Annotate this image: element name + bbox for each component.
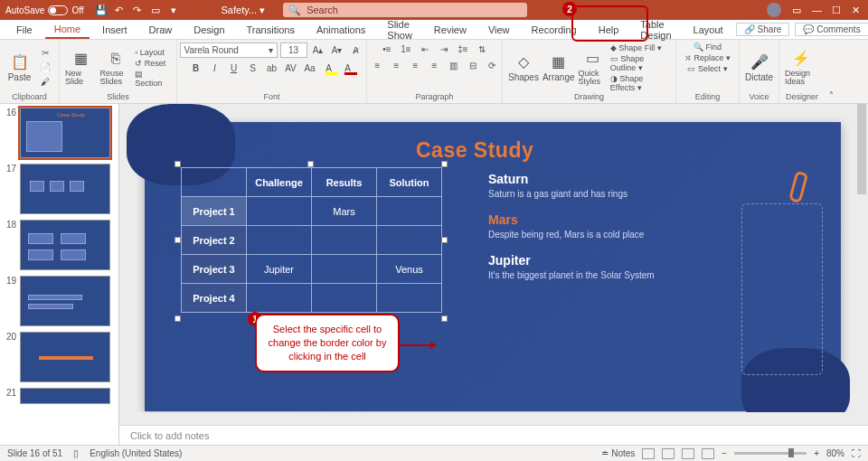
save-icon[interactable]: 💾	[95, 4, 108, 16]
clear-format-icon[interactable]: A̷	[348, 44, 364, 57]
shape-outline-button[interactable]: ▭ Shape Outline ▾	[610, 54, 670, 72]
quick-styles-button[interactable]: ▭Quick Styles	[579, 50, 607, 86]
shape-fill-button[interactable]: ◆ Shape Fill ▾	[610, 43, 670, 52]
tab-transitions[interactable]: Transitions	[238, 22, 304, 38]
shrink-font-icon[interactable]: A▾	[329, 44, 345, 57]
dictate-button[interactable]: 🎤Dictate	[745, 52, 773, 82]
slide-section-button[interactable]: ▤ Section	[135, 70, 171, 88]
tab-design[interactable]: Design	[184, 22, 233, 38]
slide-thumbnail-16[interactable]: Case Study	[20, 108, 110, 158]
status-language[interactable]: English (United States)	[90, 448, 182, 458]
undo-icon[interactable]: ↶	[113, 4, 126, 16]
notes-pane[interactable]: Click to add notes	[119, 425, 868, 445]
close-icon[interactable]: ✕	[852, 5, 863, 15]
slide-layout-button[interactable]: ▫ Layout	[135, 48, 171, 57]
zoom-value[interactable]: 80%	[826, 448, 844, 458]
line-spacing-icon[interactable]: ‡≡	[455, 42, 471, 55]
tab-help[interactable]: Help	[590, 22, 628, 38]
grow-font-icon[interactable]: A▴	[310, 44, 326, 57]
align-left-icon[interactable]: ≡	[370, 59, 386, 71]
vertical-scrollbar[interactable]	[855, 104, 868, 425]
select-button[interactable]: ▭ Select ▾	[687, 64, 727, 73]
mars-text[interactable]: Despite being red, Mars is a cold place	[488, 229, 678, 240]
view-normal-icon[interactable]	[642, 448, 655, 459]
saturn-text[interactable]: Saturn is a gas giant and has rings	[488, 188, 678, 200]
align-center-icon[interactable]: ≡	[389, 59, 405, 71]
slide-title[interactable]: Case Study	[416, 138, 533, 163]
notes-toggle[interactable]: ≐ Notes	[601, 448, 635, 458]
number-icon[interactable]: 1≡	[398, 42, 414, 55]
tab-layout[interactable]: Layout	[684, 22, 732, 38]
arrange-button[interactable]: ▦Arrange	[542, 52, 575, 82]
zoom-knob[interactable]	[788, 448, 794, 457]
tab-insert[interactable]: Insert	[93, 22, 137, 38]
new-slide-button[interactable]: ▦ New Slide	[65, 50, 97, 86]
zoom-out-icon[interactable]: −	[722, 448, 727, 458]
find-button[interactable]: 🔍 Find	[693, 42, 722, 52]
fit-window-icon[interactable]: ⛶	[852, 448, 861, 458]
align-right-icon[interactable]: ≡	[408, 59, 424, 71]
zoom-in-icon[interactable]: +	[814, 448, 819, 458]
font-size-select[interactable]: 13	[280, 42, 307, 58]
tab-slideshow[interactable]: Slide Show	[378, 16, 421, 43]
tab-file[interactable]: File	[7, 22, 42, 38]
shape-effects-button[interactable]: ◑ Shape Effects ▾	[610, 74, 670, 92]
slide-thumbnail-18[interactable]	[20, 220, 110, 270]
comments-button[interactable]: 💬Comments	[795, 23, 868, 36]
tab-home[interactable]: Home	[45, 21, 90, 39]
vscroll-thumb[interactable]	[857, 104, 866, 194]
shapes-button[interactable]: ◇Shapes	[508, 52, 539, 82]
justify-icon[interactable]: ≡	[427, 59, 443, 71]
ribbon-display-icon[interactable]: ▭	[790, 4, 803, 16]
underline-button[interactable]: U	[226, 61, 242, 74]
table-selection-handles[interactable]	[178, 165, 444, 318]
share-button[interactable]: 🔗Share	[736, 23, 790, 36]
view-sorter-icon[interactable]	[662, 448, 675, 459]
case-button[interactable]: Aa	[302, 61, 318, 74]
horizontal-scrollbar[interactable]	[119, 412, 855, 425]
slide-thumbnail-21[interactable]	[20, 388, 110, 404]
design-ideas-button[interactable]: ⚡Design Ideas	[785, 50, 817, 86]
redo-icon[interactable]: ↷	[131, 4, 144, 16]
collapse-ribbon-icon[interactable]: ˄	[825, 40, 837, 103]
reuse-slides-button[interactable]: ⎘ Reuse Slides	[100, 50, 132, 86]
indent-more-icon[interactable]: ⇥	[436, 42, 452, 55]
tab-view[interactable]: View	[479, 22, 519, 38]
slide-canvas[interactable]: Case Study Challenge Results Solution Pr…	[145, 122, 841, 411]
format-painter-icon[interactable]: 🖌	[37, 76, 53, 89]
document-name[interactable]: Safety... ▾	[222, 5, 266, 16]
italic-button[interactable]: I	[207, 61, 223, 74]
mars-heading[interactable]: Mars	[488, 212, 678, 227]
minimize-icon[interactable]: —	[812, 5, 823, 15]
tab-animations[interactable]: Animations	[307, 22, 374, 38]
slide-thumbnail-17[interactable]	[20, 164, 110, 214]
text-direction-icon[interactable]: ⇅	[474, 42, 490, 55]
smartart-icon[interactable]: ⟳	[484, 59, 500, 71]
align-text-icon[interactable]: ⊟	[465, 59, 481, 71]
replace-button[interactable]: ⤭ Replace ▾	[684, 53, 731, 62]
accessibility-icon[interactable]: ▯	[73, 448, 79, 458]
autosave-toggle[interactable]: AutoSave Off	[5, 5, 84, 15]
font-family-select[interactable]: Varela Round▾	[180, 42, 278, 58]
bullets-icon[interactable]: •≡	[379, 42, 395, 55]
shadow-button[interactable]: ab	[264, 61, 280, 74]
font-color-button[interactable]: A	[340, 61, 356, 74]
paste-button[interactable]: 📋 Paste	[5, 52, 33, 82]
spacing-button[interactable]: AV	[283, 61, 299, 74]
slide-thumbnail-20[interactable]	[20, 332, 110, 382]
bold-button[interactable]: B	[188, 61, 204, 74]
start-show-icon[interactable]: ▭	[149, 4, 162, 16]
view-slideshow-icon[interactable]	[702, 448, 714, 459]
slide-reset-button[interactable]: ↺ Reset	[135, 59, 171, 68]
tab-table-design[interactable]: Table Design	[631, 16, 680, 43]
copy-icon[interactable]: 📄	[37, 61, 53, 74]
jupiter-text[interactable]: It's the biggest planet in the Solar Sys…	[488, 269, 678, 281]
slide-thumbnail-panel[interactable]: 16Case Study 17 18 19 20 21	[0, 104, 119, 445]
maximize-icon[interactable]: ☐	[832, 5, 843, 15]
slide-thumbnail-19[interactable]	[20, 276, 110, 326]
qat-more-icon[interactable]: ▾	[167, 4, 180, 16]
strike-button[interactable]: S	[245, 61, 261, 74]
jupiter-heading[interactable]: Jupiter	[488, 253, 678, 268]
cut-icon[interactable]: ✂	[37, 47, 53, 60]
view-reading-icon[interactable]	[682, 448, 694, 459]
